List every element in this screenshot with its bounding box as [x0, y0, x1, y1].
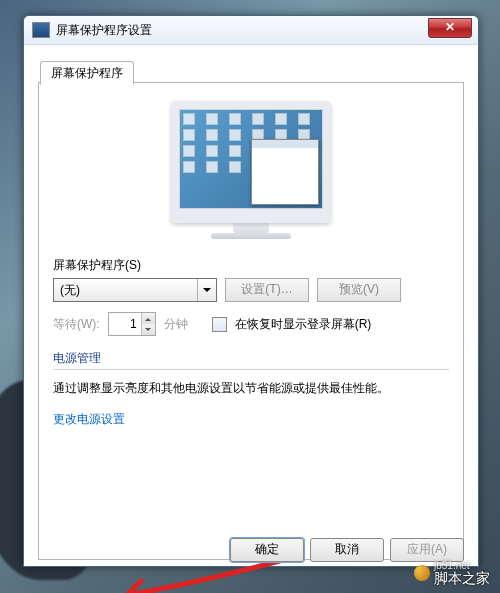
watermark-logo-icon [414, 565, 430, 581]
watermark-url: jb51.net [434, 561, 490, 571]
ok-button[interactable]: 确定 [230, 538, 304, 562]
wait-input[interactable] [109, 313, 141, 335]
power-description: 通过调整显示亮度和其他电源设置以节省能源或提供最佳性能。 [53, 380, 449, 397]
power-group-title: 电源管理 [53, 350, 449, 367]
tab-page: 屏幕保护程序(S) (无) 设置(T)… 预览(V) 等待(W): 分钟 在恢复… [38, 82, 464, 560]
apply-button[interactable]: 应用(A) [390, 538, 464, 562]
titlebar[interactable]: 屏幕保护程序设置 ✕ [24, 16, 478, 45]
chevron-down-icon [197, 279, 216, 301]
app-icon [32, 22, 50, 38]
screensaver-settings-window: 屏幕保护程序设置 ✕ 屏幕保护程序 [23, 15, 479, 567]
dropdown-value: (无) [60, 282, 80, 299]
window-title: 屏幕保护程序设置 [56, 22, 152, 39]
preview-button[interactable]: 预览(V) [317, 278, 401, 302]
spinner-down-icon[interactable] [142, 324, 155, 335]
screensaver-label: 屏幕保护程序(S) [53, 257, 449, 274]
wait-unit: 分钟 [164, 316, 188, 333]
screensaver-dropdown[interactable]: (无) [53, 278, 217, 302]
cancel-button[interactable]: 取消 [310, 538, 384, 562]
change-power-settings-link[interactable]: 更改电源设置 [53, 412, 125, 426]
settings-button[interactable]: 设置(T)… [225, 278, 309, 302]
wait-minutes-spinner[interactable] [108, 312, 156, 336]
watermark-text: 脚本之家 [434, 571, 490, 585]
resume-login-label: 在恢复时显示登录屏幕(R) [235, 316, 372, 333]
watermark: jb51.net 脚本之家 [414, 561, 490, 585]
tab-screensaver[interactable]: 屏幕保护程序 [40, 61, 134, 85]
preview-monitor [171, 101, 331, 239]
wait-label: 等待(W): [53, 316, 100, 333]
resume-login-checkbox[interactable] [212, 317, 227, 332]
close-button[interactable]: ✕ [428, 18, 472, 38]
spinner-up-icon[interactable] [142, 313, 155, 324]
